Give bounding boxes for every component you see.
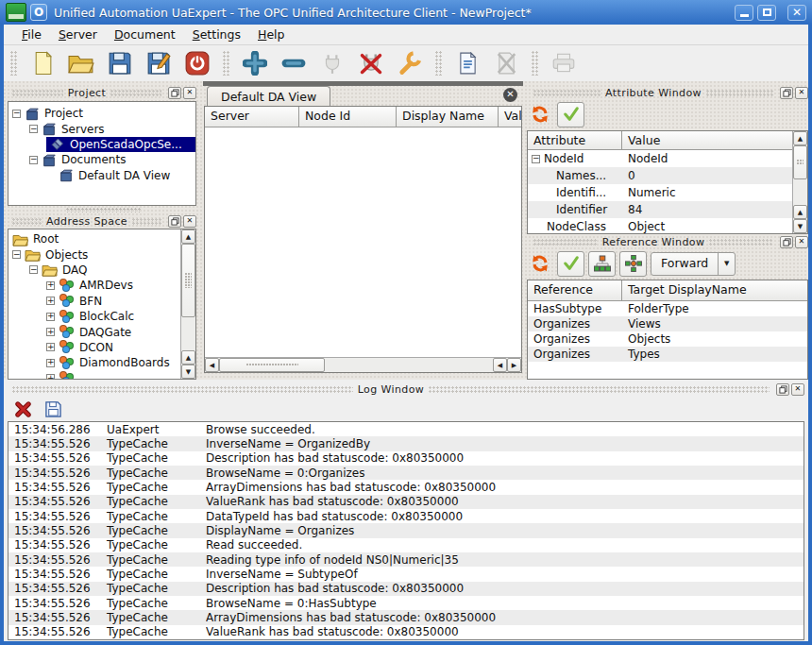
- log-row[interactable]: 15:34:55.526TypeCacheArrayDimensions has…: [8, 480, 804, 494]
- collapse-icon[interactable]: [532, 155, 540, 163]
- tree-item-partial[interactable]: [8, 371, 195, 380]
- scroll-left-icon[interactable]: ◀: [205, 358, 219, 372]
- tree-item-root[interactable]: Root: [8, 231, 195, 246]
- column-server[interactable]: Server: [205, 107, 299, 127]
- scroll-right-icon[interactable]: ▶: [507, 358, 521, 372]
- save-project-button[interactable]: [104, 48, 136, 78]
- log-row[interactable]: 15:34:55.526TypeCacheArrayDimensions has…: [8, 610, 804, 624]
- log-row[interactable]: 15:34:55.526TypeCacheInverseName = Subty…: [8, 567, 804, 581]
- close-panel-button[interactable]: ✕: [791, 383, 804, 396]
- column-node-id[interactable]: Node Id: [299, 107, 397, 127]
- log-row[interactable]: 15:34:55.526TypeCacheValueRank has bad s…: [8, 495, 804, 509]
- log-row[interactable]: 15:34:55.526TypeCacheDescription has bad…: [8, 451, 804, 466]
- collapse-icon[interactable]: [29, 156, 38, 164]
- da-view-body[interactable]: [205, 127, 521, 357]
- add-server-button[interactable]: [239, 48, 271, 78]
- menu-settings[interactable]: Settings: [184, 25, 249, 43]
- log-row[interactable]: 15:34:55.526TypeCacheReading type info o…: [8, 552, 804, 567]
- remove-server-button[interactable]: [278, 48, 310, 78]
- collapse-icon[interactable]: [12, 110, 21, 118]
- menu-help[interactable]: Help: [249, 25, 294, 43]
- refresh-icon[interactable]: [531, 254, 550, 273]
- address-space-scrollbar[interactable]: ▲ ▲ ▼: [180, 229, 195, 379]
- close-panel-button[interactable]: ✕: [183, 87, 196, 99]
- attribute-scrollbar[interactable]: ▲ ▲ ▼: [792, 131, 807, 233]
- tree-item-daqgate[interactable]: DAQGate: [8, 324, 195, 339]
- da-view-hscrollbar[interactable]: ◀ ◀ ▶: [205, 357, 521, 372]
- scrollbar-thumb[interactable]: [793, 145, 807, 179]
- expand-icon[interactable]: [46, 359, 55, 367]
- collapse-icon[interactable]: [29, 265, 38, 274]
- reference-row[interactable]: OrganizesObjects: [528, 331, 807, 347]
- refresh-icon[interactable]: [531, 105, 550, 124]
- close-panel-button[interactable]: ✕: [795, 87, 808, 99]
- close-panel-button[interactable]: ✕: [183, 215, 196, 228]
- chevron-down-icon[interactable]: ▼: [718, 253, 735, 275]
- toolbar-handle[interactable]: [223, 51, 229, 76]
- scroll-left-icon[interactable]: ◀: [493, 358, 507, 372]
- toolbar-handle[interactable]: [10, 51, 17, 76]
- expand-icon[interactable]: [46, 281, 55, 290]
- all-references-button[interactable]: [619, 251, 647, 277]
- tree-item-server-selected[interactable]: OpenScadaOpcSe...: [46, 137, 195, 152]
- tree-item-dcon[interactable]: DCON: [8, 340, 195, 355]
- server-properties-button[interactable]: [394, 48, 426, 78]
- tree-item-diamondboards[interactable]: DiamondBoards: [8, 355, 195, 370]
- scroll-up-icon[interactable]: ▲: [181, 229, 195, 244]
- column-attribute[interactable]: Attribute: [528, 131, 622, 150]
- tree-item-daq[interactable]: DAQ: [8, 263, 195, 278]
- open-project-button[interactable]: [65, 48, 97, 78]
- menu-document[interactable]: Document: [106, 25, 184, 43]
- expand-icon[interactable]: [46, 297, 55, 305]
- reference-row[interactable]: OrganizesTypes: [528, 347, 807, 362]
- float-panel-button[interactable]: [168, 87, 181, 99]
- float-panel-button[interactable]: [780, 236, 793, 248]
- scrollbar-track[interactable]: [325, 358, 493, 372]
- column-value[interactable]: Valu: [499, 107, 521, 127]
- log-row[interactable]: 15:34:55.526TypeCacheBrowseName = 0:Orga…: [8, 466, 804, 480]
- tree-item-bfn[interactable]: BFN: [8, 294, 195, 309]
- column-display-name[interactable]: Display Name: [397, 107, 499, 127]
- tab-default-da-view[interactable]: Default DA View: [207, 86, 330, 106]
- show-attributes-button[interactable]: [557, 102, 584, 127]
- maximize-button[interactable]: [757, 5, 776, 21]
- float-panel-button[interactable]: [168, 215, 181, 228]
- expand-icon[interactable]: [46, 374, 55, 380]
- log-row[interactable]: 15:34:55.526TypeCacheRead succeeded.: [8, 538, 804, 552]
- minimize-button[interactable]: [735, 5, 753, 21]
- scroll-down-icon[interactable]: ▼: [793, 219, 807, 233]
- collapse-icon[interactable]: [12, 250, 21, 259]
- expand-icon[interactable]: [46, 313, 55, 321]
- log-row[interactable]: 15:34:55.526TypeCacheValueRank has bad s…: [8, 625, 804, 639]
- address-space-header[interactable]: Address Space ✕: [8, 213, 196, 229]
- toolbar-handle[interactable]: [435, 51, 442, 76]
- scrollbar-thumb[interactable]: [181, 244, 195, 317]
- float-panel-button[interactable]: [776, 383, 789, 396]
- column-reference[interactable]: Reference: [528, 280, 622, 301]
- add-document-button[interactable]: [451, 48, 483, 78]
- scrollbar-track[interactable]: [793, 179, 807, 205]
- attribute-row[interactable]: Names...0: [528, 167, 807, 184]
- float-panel-button[interactable]: [780, 87, 793, 99]
- project-panel-header[interactable]: Project ✕: [8, 85, 196, 100]
- direction-combobox[interactable]: Forward ▼: [651, 252, 736, 276]
- menu-file[interactable]: File: [13, 25, 50, 43]
- show-references-button[interactable]: [557, 251, 584, 277]
- title-bar[interactable]: O Unified Automation UaExpert - The OPC …: [0, 0, 812, 25]
- reference-row[interactable]: HasSubtypeFolderType: [528, 301, 807, 316]
- tree-item-servers[interactable]: Servers: [8, 121, 195, 136]
- column-target-displayname[interactable]: Target DisplayName: [622, 280, 807, 301]
- tree-item-default-da-view[interactable]: Default DA View: [8, 168, 195, 183]
- attribute-row[interactable]: Identifi...Numeric: [528, 184, 807, 201]
- tree-item-documents[interactable]: Documents: [8, 152, 195, 167]
- column-value[interactable]: Value: [622, 131, 807, 150]
- collapse-icon[interactable]: [29, 125, 38, 133]
- quit-button[interactable]: [181, 48, 213, 78]
- scroll-up-icon[interactable]: ▲: [181, 350, 195, 365]
- menu-server[interactable]: Server: [50, 25, 106, 43]
- scroll-down-icon[interactable]: ▼: [181, 365, 195, 379]
- log-row[interactable]: 15:34:55.526TypeCacheDataTypeId has bad …: [8, 509, 804, 523]
- close-panel-button[interactable]: ✕: [795, 236, 808, 248]
- log-row[interactable]: 15:34:56.286UaExpertBrowse succeeded.: [8, 422, 804, 436]
- save-project-as-button[interactable]: [143, 48, 175, 78]
